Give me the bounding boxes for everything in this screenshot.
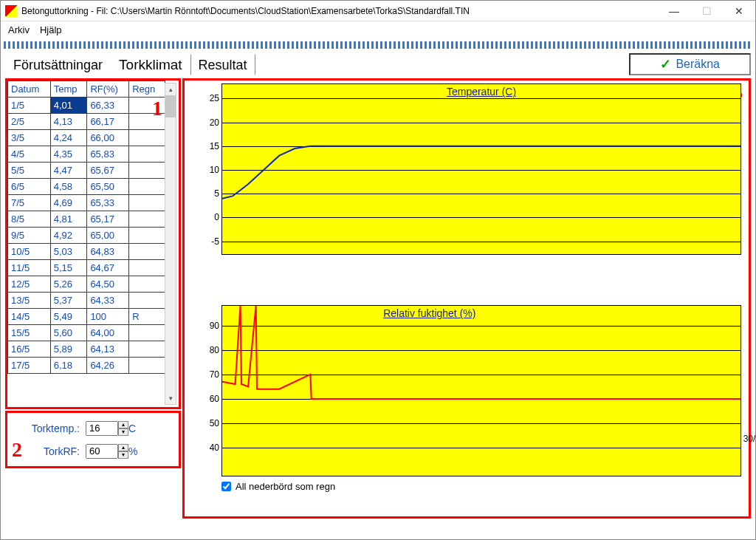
cell[interactable]: 65,00 bbox=[87, 228, 129, 244]
cell[interactable]: 5,26 bbox=[50, 276, 87, 293]
temp-down-icon[interactable]: ▾ bbox=[118, 428, 128, 436]
menu-arkiv[interactable]: Arkiv bbox=[8, 24, 30, 35]
temp-up-icon[interactable]: ▴ bbox=[118, 421, 128, 428]
cell[interactable]: 12/5 bbox=[8, 276, 51, 293]
table-row[interactable]: 1/54,0166,33 bbox=[8, 98, 165, 114]
cell[interactable]: 17/5 bbox=[8, 358, 51, 374]
table-scrollbar[interactable]: ▴ ▾ bbox=[165, 83, 176, 405]
minimize-button[interactable]: — bbox=[658, 1, 690, 21]
table-row[interactable]: 10/55,0364,83 bbox=[8, 244, 165, 260]
cell[interactable] bbox=[129, 130, 165, 146]
cell[interactable]: 8/5 bbox=[8, 211, 51, 228]
cell[interactable] bbox=[129, 293, 165, 309]
cell[interactable]: 5,15 bbox=[50, 260, 87, 276]
cell[interactable]: 66,00 bbox=[87, 130, 129, 146]
table-row[interactable]: 11/55,1564,67 bbox=[8, 260, 165, 276]
cell[interactable]: 3/5 bbox=[8, 130, 51, 146]
cell[interactable]: 64,50 bbox=[87, 276, 129, 293]
scroll-up-icon[interactable]: ▴ bbox=[165, 83, 176, 95]
cell[interactable]: R bbox=[129, 309, 165, 325]
cell[interactable]: 65,83 bbox=[87, 146, 129, 163]
table-row[interactable]: 15/55,6064,00 bbox=[8, 325, 165, 341]
th-regn[interactable]: Regn bbox=[129, 81, 165, 98]
cell[interactable] bbox=[129, 211, 165, 228]
cell[interactable]: 14/5 bbox=[8, 309, 51, 325]
table-row[interactable]: 6/54,5865,50 bbox=[8, 179, 165, 195]
cell[interactable]: 65,67 bbox=[87, 163, 129, 179]
table-row[interactable]: 16/55,8964,13 bbox=[8, 341, 165, 358]
cell[interactable]: 100 bbox=[87, 309, 129, 325]
cell[interactable]: 4,69 bbox=[50, 195, 87, 211]
cell[interactable]: 5/5 bbox=[8, 163, 51, 179]
cell[interactable]: 1/5 bbox=[8, 98, 51, 114]
cell[interactable]: 64,13 bbox=[87, 341, 129, 358]
cell[interactable] bbox=[129, 358, 165, 374]
cell[interactable]: 5,37 bbox=[50, 293, 87, 309]
cell[interactable] bbox=[129, 195, 165, 211]
cell[interactable]: 4,13 bbox=[50, 114, 87, 130]
table-row[interactable]: 2/54,1366,17 bbox=[8, 114, 165, 130]
cell[interactable] bbox=[129, 325, 165, 341]
close-button[interactable]: ✕ bbox=[723, 1, 755, 21]
tab-torkklimat[interactable]: Torkklimat bbox=[111, 53, 190, 75]
table-row[interactable]: 5/54,4765,67 bbox=[8, 163, 165, 179]
table-row[interactable]: 3/54,2466,00 bbox=[8, 130, 165, 146]
cell[interactable]: 4,81 bbox=[50, 211, 87, 228]
cell[interactable]: 64,26 bbox=[87, 358, 129, 374]
cell[interactable]: 6/5 bbox=[8, 179, 51, 195]
th-temp[interactable]: Temp bbox=[50, 81, 87, 98]
cell[interactable]: 64,33 bbox=[87, 293, 129, 309]
table-row[interactable]: 7/54,6965,33 bbox=[8, 195, 165, 211]
scroll-thumb[interactable] bbox=[165, 95, 176, 117]
table-row[interactable]: 12/55,2664,50 bbox=[8, 276, 165, 293]
cell[interactable] bbox=[129, 179, 165, 195]
tab-resultat[interactable]: Resultat bbox=[190, 54, 255, 75]
cell[interactable]: 15/5 bbox=[8, 325, 51, 341]
cell[interactable]: 65,50 bbox=[87, 179, 129, 195]
cell[interactable]: 4,92 bbox=[50, 228, 87, 244]
cell[interactable]: 64,83 bbox=[87, 244, 129, 260]
scroll-down-icon[interactable]: ▾ bbox=[165, 392, 176, 404]
tab-forutsattningar[interactable]: Förutsättningar bbox=[5, 54, 111, 75]
table-row[interactable]: 8/54,8165,17 bbox=[8, 211, 165, 228]
table-row[interactable]: 13/55,3764,33 bbox=[8, 293, 165, 309]
cell[interactable]: 2/5 bbox=[8, 114, 51, 130]
cell[interactable]: 4,47 bbox=[50, 163, 87, 179]
torkrf-input[interactable] bbox=[86, 444, 118, 459]
cell[interactable]: 66,33 bbox=[87, 98, 129, 114]
calculate-button[interactable]: ✓ Beräkna bbox=[629, 53, 751, 75]
cell[interactable] bbox=[129, 341, 165, 358]
cell[interactable]: 11/5 bbox=[8, 260, 51, 276]
cell[interactable]: 5,03 bbox=[50, 244, 87, 260]
cell[interactable]: 5,60 bbox=[50, 325, 87, 341]
climate-table[interactable]: DatumTempRF(%)Regn 1/54,0166,332/54,1366… bbox=[7, 81, 165, 374]
cell[interactable]: 4,24 bbox=[50, 130, 87, 146]
cell[interactable]: 9/5 bbox=[8, 228, 51, 244]
rf-down-icon[interactable]: ▾ bbox=[118, 451, 128, 459]
cell[interactable]: 64,00 bbox=[87, 325, 129, 341]
cell[interactable]: 16/5 bbox=[8, 341, 51, 358]
cell[interactable] bbox=[129, 276, 165, 293]
cell[interactable]: 4,35 bbox=[50, 146, 87, 163]
cell[interactable] bbox=[129, 228, 165, 244]
cell[interactable] bbox=[129, 260, 165, 276]
rain-checkbox[interactable] bbox=[221, 482, 231, 491]
cell[interactable]: 66,17 bbox=[87, 114, 129, 130]
cell[interactable]: 6,18 bbox=[50, 358, 87, 374]
table-row[interactable]: 17/56,1864,26 bbox=[8, 358, 165, 374]
cell[interactable] bbox=[129, 163, 165, 179]
th-datum[interactable]: Datum bbox=[8, 81, 51, 98]
cell[interactable]: 10/5 bbox=[8, 244, 51, 260]
table-row[interactable]: 14/55,49100R bbox=[8, 309, 165, 325]
cell[interactable] bbox=[129, 244, 165, 260]
cell[interactable]: 4,01 bbox=[50, 98, 87, 114]
cell[interactable]: 65,17 bbox=[87, 211, 129, 228]
cell[interactable]: 64,67 bbox=[87, 260, 129, 276]
menu-hjalp[interactable]: Hjälp bbox=[40, 24, 62, 35]
table-row[interactable]: 9/54,9265,00 bbox=[8, 228, 165, 244]
cell[interactable]: 4,58 bbox=[50, 179, 87, 195]
torktemp-input[interactable] bbox=[86, 421, 118, 436]
cell[interactable]: 5,49 bbox=[50, 309, 87, 325]
cell[interactable]: 7/5 bbox=[8, 195, 51, 211]
cell[interactable]: 4/5 bbox=[8, 146, 51, 163]
